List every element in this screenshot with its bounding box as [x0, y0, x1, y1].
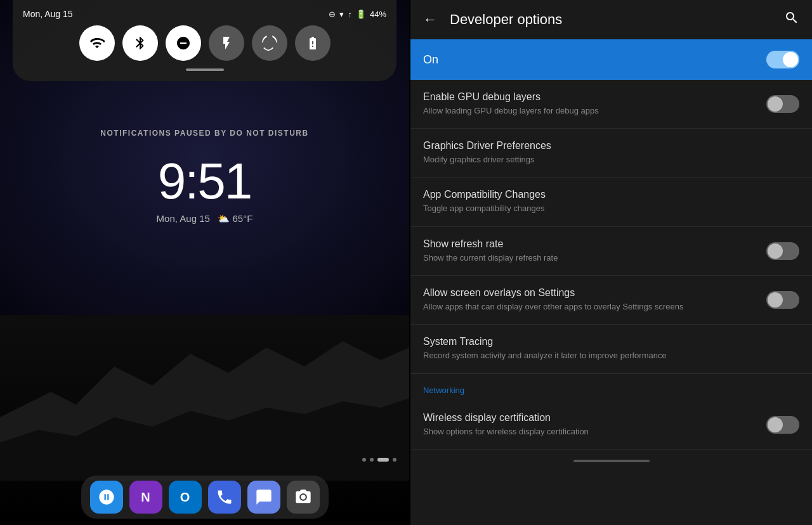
scroll-handle — [573, 460, 650, 462]
developer-on-row[interactable]: On — [410, 39, 812, 80]
panel-status-bar: Mon, Aug 15 ⊖ ▾ ↑ 🔋 44% — [23, 9, 386, 19]
screen-overlays-toggle[interactable] — [766, 291, 799, 309]
setting-title-wireless-display: Wireless display certification — [423, 412, 766, 424]
dev-options-header: ← Developer options — [410, 0, 812, 39]
dot-1 — [362, 458, 366, 462]
setting-desc-graphics-driver: Modify graphics driver settings — [423, 154, 799, 165]
bluetooth-tile[interactable] — [122, 25, 158, 61]
lock-weather: ⛅ 65°F — [218, 213, 252, 224]
dnd-icon: ⊖ — [329, 10, 336, 19]
dot-3-active — [377, 458, 389, 462]
notification-panel: Mon, Aug 15 ⊖ ▾ ↑ 🔋 44% — [13, 0, 396, 81]
setting-refresh-rate[interactable]: Show refresh rate Show the current displ… — [410, 227, 812, 276]
setting-title-screen-overlays: Allow screen overlays on Settings — [423, 287, 766, 299]
dnd-notice: NOTIFICATIONS PAUSED BY DO NOT DISTURB — [0, 127, 409, 138]
dock-onenote[interactable]: N — [129, 481, 162, 514]
setting-text-gpu-debug: Enable GPU debug layers Allow loading GP… — [423, 91, 766, 117]
signal-icon: ↑ — [348, 10, 352, 19]
setting-text-screen-overlays: Allow screen overlays on Settings Allow … — [423, 287, 766, 313]
lock-clock: 9:51 Mon, Aug 15 ⛅ 65°F — [0, 152, 409, 224]
toggle-thumb — [783, 52, 798, 67]
page-title: Developer options — [450, 11, 771, 28]
quick-tiles-row — [23, 25, 386, 61]
setting-text-wireless-display: Wireless display certification Show opti… — [423, 412, 766, 438]
setting-text-app-compat: App Compatibility Changes Toggle app com… — [423, 189, 799, 214]
setting-gpu-debug[interactable]: Enable GPU debug layers Allow loading GP… — [410, 80, 812, 129]
setting-desc-system-tracing: Record system activity and analyze it la… — [423, 350, 799, 361]
toggle-thumb — [768, 96, 783, 112]
setting-graphics-driver[interactable]: Graphics Driver Preferences Modify graph… — [410, 129, 812, 178]
panel-date: Mon, Aug 15 — [23, 9, 73, 19]
setting-screen-overlays[interactable]: Allow screen overlays on Settings Allow … — [410, 276, 812, 325]
dnd-text: NOTIFICATIONS PAUSED BY DO NOT DISTURB — [100, 129, 308, 138]
setting-title-system-tracing: System Tracing — [423, 336, 799, 347]
panel-handle — [186, 68, 224, 71]
wifi-tile[interactable] — [79, 25, 115, 61]
setting-title-gpu-debug: Enable GPU debug layers — [423, 91, 766, 103]
toggle-thumb — [768, 292, 783, 308]
setting-desc-gpu-debug: Allow loading GPU debug layers for debug… — [423, 105, 766, 117]
pagination-dots — [362, 458, 396, 462]
dock-edge[interactable] — [90, 481, 123, 514]
battery-saver-tile[interactable] — [295, 25, 331, 61]
networking-section-header: Networking — [410, 374, 812, 401]
rotate-tile[interactable] — [252, 25, 287, 61]
setting-text-refresh-rate: Show refresh rate Show the current displ… — [423, 238, 766, 264]
developer-options-panel: ← Developer options On Enable GPU debug … — [410, 0, 812, 525]
setting-app-compat[interactable]: App Compatibility Changes Toggle app com… — [410, 178, 812, 226]
dnd-tile[interactable] — [166, 25, 201, 61]
wifi-icon: ▾ — [339, 10, 344, 19]
dot-4 — [393, 458, 396, 462]
lock-screen-panel: Mon, Aug 15 ⊖ ▾ ↑ 🔋 44% — [0, 0, 409, 525]
setting-desc-app-compat: Toggle app compatibility changes — [423, 203, 799, 214]
gpu-debug-toggle[interactable] — [766, 95, 799, 113]
networking-label: Networking — [423, 386, 464, 395]
setting-title-app-compat: App Compatibility Changes — [423, 189, 799, 200]
setting-title-graphics-driver: Graphics Driver Preferences — [423, 140, 799, 152]
lock-time: 9:51 — [0, 152, 409, 211]
setting-text-graphics-driver: Graphics Driver Preferences Modify graph… — [423, 140, 799, 165]
toggle-thumb — [768, 417, 783, 432]
app-dock: N O — [81, 476, 329, 519]
settings-list: Enable GPU debug layers Allow loading GP… — [410, 80, 812, 525]
setting-title-refresh-rate: Show refresh rate — [423, 238, 766, 250]
battery-percent: 44% — [370, 10, 386, 19]
on-label: On — [423, 53, 438, 67]
setting-desc-wireless-display: Show options for wireless display certif… — [423, 426, 766, 438]
search-button[interactable] — [784, 10, 799, 29]
setting-desc-screen-overlays: Allow apps that can display over other a… — [423, 301, 766, 313]
dock-outlook[interactable]: O — [169, 481, 202, 514]
dock-phone[interactable] — [208, 481, 241, 514]
dot-2 — [370, 458, 374, 462]
mountain-silhouette — [0, 303, 409, 481]
developer-toggle[interactable] — [766, 51, 799, 68]
flashlight-tile[interactable] — [209, 25, 244, 61]
setting-text-system-tracing: System Tracing Record system activity an… — [423, 336, 799, 361]
panel-status-icons: ⊖ ▾ ↑ 🔋 44% — [329, 10, 386, 19]
dock-messages[interactable] — [247, 481, 280, 514]
battery-icon: 🔋 — [356, 10, 366, 19]
refresh-rate-toggle[interactable] — [766, 242, 799, 260]
toggle-thumb — [768, 243, 783, 259]
lock-date: Mon, Aug 15 — [157, 213, 210, 224]
dock-camera[interactable] — [287, 481, 320, 514]
lock-date-weather: Mon, Aug 15 ⛅ 65°F — [0, 213, 409, 224]
setting-desc-refresh-rate: Show the current display refresh rate — [423, 252, 766, 264]
back-button[interactable]: ← — [423, 11, 437, 28]
setting-wireless-display[interactable]: Wireless display certification Show opti… — [410, 401, 812, 450]
wireless-display-toggle[interactable] — [766, 416, 799, 434]
bottom-spacing — [410, 450, 812, 472]
setting-system-tracing[interactable]: System Tracing Record system activity an… — [410, 325, 812, 373]
